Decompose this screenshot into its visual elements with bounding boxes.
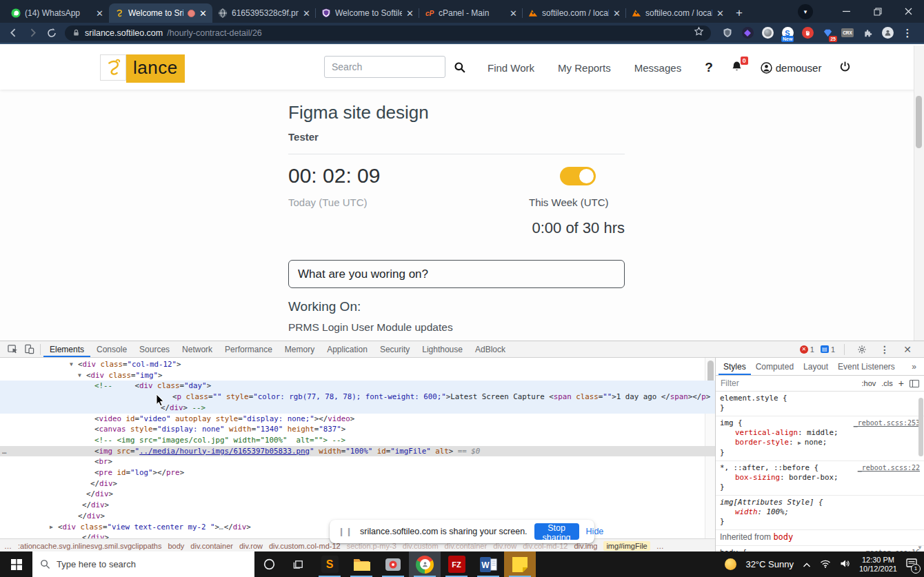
shield-extension-icon[interactable] bbox=[721, 26, 734, 40]
logout-power-icon[interactable] bbox=[839, 61, 851, 74]
page-scrollbar-thumb[interactable] bbox=[916, 96, 922, 148]
devtools-tab-elements[interactable]: Elements bbox=[43, 341, 90, 357]
code-line-6[interactable]: <canvas style="display: none" width="134… bbox=[0, 424, 715, 435]
code-line-8[interactable]: …<img src="../media/hourly-imgs/6165397b… bbox=[0, 446, 715, 457]
computed-sidebar-icon[interactable] bbox=[910, 380, 919, 387]
weather-text[interactable]: 32°C Sunny bbox=[745, 559, 794, 569]
media-controls-button[interactable]: ▾ bbox=[798, 4, 813, 19]
wifi-icon[interactable] bbox=[820, 558, 831, 571]
devtools-tab-lighthouse[interactable]: Lighthouse bbox=[416, 341, 469, 357]
device-toolbar-icon[interactable] bbox=[21, 341, 37, 357]
breadcrumb-item-3[interactable]: div.container bbox=[190, 542, 233, 550]
purple-diamond-extension-icon[interactable] bbox=[741, 26, 754, 40]
page-scrollbar[interactable] bbox=[914, 45, 924, 341]
breadcrumb-item-2[interactable]: body bbox=[168, 542, 185, 550]
start-button[interactable] bbox=[0, 551, 32, 577]
styles-tab-[interactable]: » bbox=[907, 358, 921, 375]
extensions-puzzle-icon[interactable] bbox=[861, 26, 874, 40]
code-line-13[interactable]: </div> bbox=[0, 500, 715, 511]
code-line-0[interactable]: ▼<div class="col-md-12"> bbox=[0, 359, 715, 370]
volume-icon[interactable] bbox=[840, 558, 850, 571]
sphere-extension-icon[interactable] bbox=[761, 26, 774, 40]
style-rule-4[interactable]: Inherited from body bbox=[716, 530, 924, 546]
elements-tree[interactable]: ▼<div class="col-md-12">▼<div class="img… bbox=[0, 358, 715, 538]
tab-close-icon[interactable]: ✕ bbox=[716, 9, 724, 18]
new-style-rule-button[interactable]: + bbox=[898, 378, 904, 389]
styles-tab-computed[interactable]: Computed bbox=[751, 358, 799, 375]
weather-sun-icon[interactable] bbox=[725, 558, 736, 570]
new-tab-button[interactable]: + bbox=[730, 3, 749, 23]
close-window-button[interactable] bbox=[893, 0, 924, 23]
stop-sharing-button[interactable]: Stop sharing bbox=[534, 523, 579, 540]
style-rule-1[interactable]: _reboot.scss:253img {vertical-align: mid… bbox=[716, 416, 924, 461]
browser-tab-2[interactable]: 6165395328c9f.png✕ bbox=[212, 3, 316, 23]
class-toggle[interactable]: .cls bbox=[881, 379, 893, 387]
style-rule-2[interactable]: _reboot.scss:22*, ::after, ::before {box… bbox=[716, 461, 924, 496]
s-extension-icon[interactable]: SNew bbox=[781, 26, 794, 40]
nav-my-reports[interactable]: My Reports bbox=[558, 62, 611, 74]
code-line-10[interactable]: <pre id="log"></pre> bbox=[0, 467, 715, 478]
browser-tab-6[interactable]: softileo.com / local✕ bbox=[626, 3, 730, 23]
inspect-element-icon[interactable] bbox=[4, 341, 21, 357]
code-line-2[interactable]: <!-- <div class="day"> bbox=[0, 381, 715, 392]
taskbar-app-sublime-text[interactable]: S bbox=[314, 551, 345, 577]
styles-filter-input[interactable]: Filter bbox=[721, 378, 856, 388]
back-button[interactable] bbox=[7, 27, 19, 39]
taskbar-app-filezilla[interactable]: FZ bbox=[441, 551, 472, 577]
devtools-close-icon[interactable]: ✕ bbox=[899, 341, 916, 357]
address-bar[interactable]: srilance.softileo.com/hourly-contract-de… bbox=[65, 26, 711, 41]
bookmark-star-icon[interactable] bbox=[694, 26, 704, 39]
styles-scroll-down-icon[interactable]: ▼ bbox=[917, 545, 923, 551]
hide-share-bar-link[interactable]: Hide bbox=[586, 527, 604, 536]
gem-extension-icon[interactable]: 25 bbox=[821, 26, 834, 40]
devtools-settings-gear-icon[interactable] bbox=[854, 341, 870, 357]
code-line-1[interactable]: ▼<div class="img"> bbox=[0, 370, 715, 381]
browser-tab-1[interactable]: Welcome to Sri✕ bbox=[109, 3, 212, 23]
browser-tab-3[interactable]: Welcome to Softile✕ bbox=[316, 3, 419, 23]
taskbar-app-screen-recorder[interactable] bbox=[377, 551, 409, 577]
clock[interactable]: 12:30 PM 10/12/2021 bbox=[859, 556, 897, 574]
styles-tab-layout[interactable]: Layout bbox=[799, 358, 833, 375]
style-rule-0[interactable]: element.style {} bbox=[716, 392, 924, 416]
search-icon[interactable] bbox=[454, 61, 466, 77]
restore-button[interactable] bbox=[862, 0, 893, 23]
browser-tab-5[interactable]: softileo.com / local✕ bbox=[523, 3, 626, 23]
browser-tab-4[interactable]: cPcPanel - Main✕ bbox=[419, 3, 523, 23]
tab-close-icon[interactable]: ✕ bbox=[510, 9, 517, 18]
style-rule-3[interactable]: img[Attributes Style] {width: 100%;} bbox=[716, 496, 924, 530]
taskbar-app-word[interactable]: W bbox=[472, 551, 504, 577]
profile-avatar-icon[interactable] bbox=[881, 26, 894, 40]
breadcrumb-item-1[interactable]: :ationcache.svg.inlinesvg.smil.svgclippa… bbox=[18, 542, 162, 550]
nav-messages[interactable]: Messages bbox=[634, 62, 681, 74]
minimize-button[interactable] bbox=[831, 0, 862, 23]
devtools-tab-sources[interactable]: Sources bbox=[133, 341, 176, 357]
nav-find-work[interactable]: Find Work bbox=[488, 62, 534, 74]
taskbar-app-chrome[interactable] bbox=[409, 551, 441, 577]
stylesheet-link[interactable]: _reboot.scss:253 bbox=[854, 418, 920, 428]
devtools-tab-application[interactable]: Application bbox=[321, 341, 374, 357]
notifications-bell-icon[interactable]: 0 bbox=[731, 61, 743, 74]
devtools-tab-network[interactable]: Network bbox=[176, 341, 219, 357]
code-line-9[interactable]: <br> bbox=[0, 456, 715, 467]
timer-toggle[interactable] bbox=[560, 167, 596, 185]
taskbar-app-sticky-notes[interactable] bbox=[504, 551, 536, 577]
styles-tab-styles[interactable]: Styles bbox=[719, 358, 751, 375]
code-line-4[interactable]: </div> --> bbox=[0, 403, 715, 414]
task-view-button[interactable] bbox=[284, 551, 314, 577]
tray-chevron-icon[interactable] bbox=[803, 558, 811, 571]
pseudo-state-toggle[interactable]: :hov bbox=[862, 379, 876, 387]
site-search-input[interactable] bbox=[324, 56, 445, 78]
styles-scrollbar-thumb[interactable] bbox=[918, 398, 923, 456]
tab-close-icon[interactable]: ✕ bbox=[199, 9, 207, 18]
taskbar-search[interactable]: Type here to search bbox=[32, 551, 254, 577]
devtools-tab-security[interactable]: Security bbox=[374, 341, 416, 357]
user-menu[interactable]: demouser bbox=[761, 62, 822, 74]
devtools-tab-adblock[interactable]: AdBlock bbox=[469, 341, 512, 357]
code-line-12[interactable]: </div> bbox=[0, 489, 715, 500]
code-line-3[interactable]: <p class="" style="color: rgb(77, 78, 78… bbox=[0, 392, 715, 403]
issue-count[interactable]: ▤1 bbox=[821, 345, 835, 354]
breadcrumb-item-5[interactable]: div.custom.col-md-12 bbox=[269, 542, 341, 550]
taskbar-app-file-explorer[interactable] bbox=[345, 551, 377, 577]
devtools-tab-performance[interactable]: Performance bbox=[219, 341, 279, 357]
devtools-tab-memory[interactable]: Memory bbox=[279, 341, 321, 357]
